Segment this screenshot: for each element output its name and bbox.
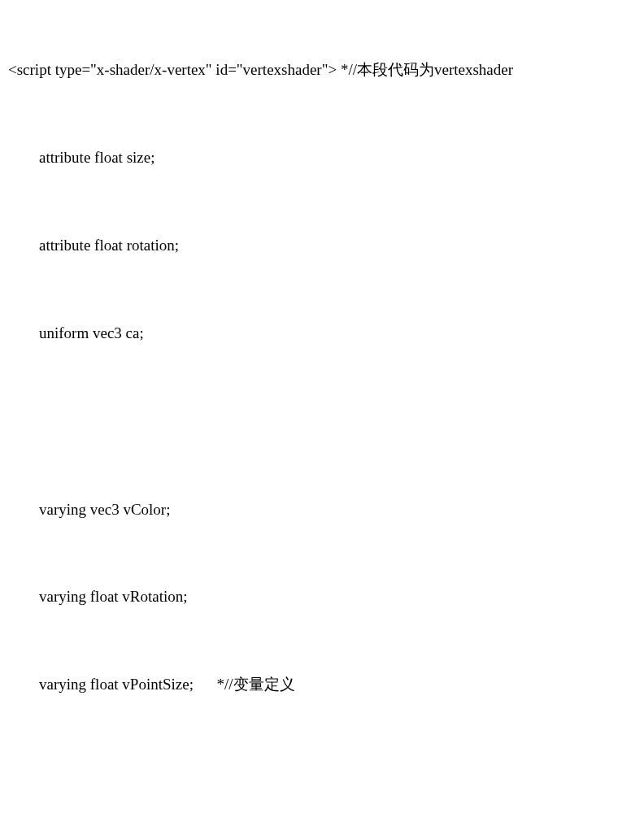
code-line: varying float vPointSize; *//变量定义 — [8, 674, 644, 696]
code-line: uniform vec3 ca; — [8, 323, 644, 345]
code-line: varying float vRotation; — [8, 586, 644, 608]
blank-line — [8, 762, 644, 785]
code-line: attribute float rotation; — [8, 235, 644, 257]
code-line: <script type="x-shader/x-vertex" id="ver… — [8, 59, 644, 81]
code-block: <script type="x-shader/x-vertex" id="ver… — [8, 16, 644, 813]
code-line: varying vec3 vColor; — [8, 499, 644, 521]
blank-line — [8, 410, 644, 433]
code-line: attribute float size; — [8, 147, 644, 169]
